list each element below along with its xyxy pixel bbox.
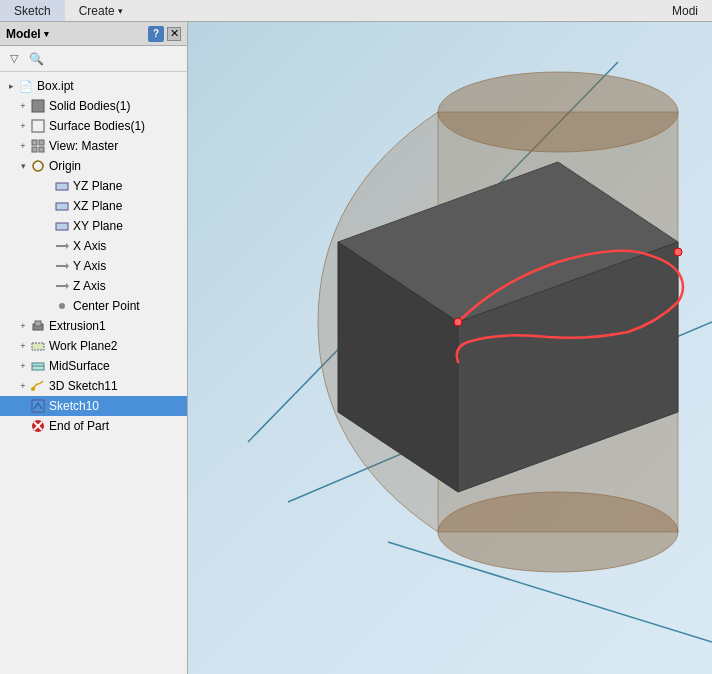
axis-icon [54, 258, 70, 274]
view-icon [30, 138, 46, 154]
panel-close-button[interactable]: ✕ [167, 27, 181, 41]
tree-expander-sketch3d11[interactable]: + [16, 379, 30, 393]
menu-modify[interactable]: Modi [658, 0, 712, 21]
tree-item-x-axis[interactable]: X Axis [0, 236, 187, 256]
tree-item-sketch3d11[interactable]: +3D Sketch11 [0, 376, 187, 396]
svg-rect-0 [32, 100, 44, 112]
panel-header: Model ▾ ? ✕ [0, 22, 187, 46]
tree-label-surface-bodies: Surface Bodies(1) [49, 119, 145, 133]
svg-rect-2 [32, 140, 37, 145]
plane-icon [54, 178, 70, 194]
tree-expander-extrusion1[interactable]: + [16, 319, 30, 333]
tree-label-z-axis: Z Axis [73, 279, 106, 293]
tree-label-x-axis: X Axis [73, 239, 106, 253]
svg-point-6 [33, 161, 43, 171]
tree-item-work-plane2[interactable]: +Work Plane2 [0, 336, 187, 356]
tree-item-extrusion1[interactable]: +Extrusion1 [0, 316, 187, 336]
close-icon: ✕ [170, 28, 179, 39]
tree-item-center-point[interactable]: Center Point [0, 296, 187, 316]
menu-sketch[interactable]: Sketch [0, 0, 65, 21]
tree-label-y-axis: Y Axis [73, 259, 106, 273]
tree-expander-box[interactable]: ▸ [4, 79, 18, 93]
svg-point-16 [59, 303, 65, 309]
tree-item-view-master[interactable]: +View: Master [0, 136, 187, 156]
svg-rect-4 [32, 147, 37, 152]
tree-expander-solid-bodies[interactable]: + [16, 99, 30, 113]
tree-item-end-of-part[interactable]: End of Part [0, 416, 187, 436]
midsurface-icon [30, 358, 46, 374]
filter-button[interactable]: ▽ [5, 50, 23, 68]
tree-expander-work-plane2[interactable]: + [16, 339, 30, 353]
left-panel: Model ▾ ? ✕ ▽ 🔍 ▸📄Box.ipt+Solid B [0, 22, 188, 674]
tree-label-extrusion1: Extrusion1 [49, 319, 106, 333]
axis-icon [54, 278, 70, 294]
viewport[interactable] [188, 22, 712, 674]
tree-item-midsurface[interactable]: +MidSurface [0, 356, 187, 376]
tree-label-end-of-part: End of Part [49, 419, 109, 433]
tree-expander-surface-bodies[interactable]: + [16, 119, 30, 133]
tree-label-work-plane2: Work Plane2 [49, 339, 117, 353]
svg-point-37 [674, 248, 682, 256]
svg-rect-9 [56, 223, 68, 230]
solid-icon [30, 98, 46, 114]
svg-point-36 [454, 318, 462, 326]
model-viewport-svg [188, 22, 712, 674]
chevron-down-icon: ▾ [118, 6, 123, 16]
tree-item-surface-bodies[interactable]: +Surface Bodies(1) [0, 116, 187, 136]
tree-label-midsurface: MidSurface [49, 359, 110, 373]
tree-expander-xz-plane [40, 199, 54, 213]
plane-icon [54, 198, 70, 214]
search-icon: 🔍 [29, 52, 44, 66]
file-icon: 📄 [18, 78, 34, 94]
tree-item-xz-plane[interactable]: XZ Plane [0, 196, 187, 216]
help-button[interactable]: ? [148, 26, 164, 42]
svg-rect-19 [32, 343, 44, 350]
origin-icon [30, 158, 46, 174]
svg-rect-8 [56, 203, 68, 210]
tree-item-box[interactable]: ▸📄Box.ipt [0, 76, 187, 96]
tree-label-center-point: Center Point [73, 299, 140, 313]
extrusion-icon [30, 318, 46, 334]
main-area: Model ▾ ? ✕ ▽ 🔍 ▸📄Box.ipt+Solid B [0, 22, 712, 674]
tree-container: ▸📄Box.ipt+Solid Bodies(1)+Surface Bodies… [0, 72, 187, 674]
tree-item-z-axis[interactable]: Z Axis [0, 276, 187, 296]
tree-expander-sketch10 [16, 399, 30, 413]
tree-expander-midsurface[interactable]: + [16, 359, 30, 373]
svg-rect-7 [56, 183, 68, 190]
menu-bar: Sketch Create ▾ Modi [0, 0, 712, 22]
tree-expander-origin[interactable]: ▾ [16, 159, 30, 173]
tree-label-origin: Origin [49, 159, 81, 173]
svg-point-22 [31, 387, 35, 391]
filter-icon: ▽ [10, 52, 18, 65]
tree-item-sketch10[interactable]: Sketch10 [0, 396, 187, 416]
panel-title-label: Model [6, 27, 41, 41]
tree-expander-xy-plane [40, 219, 54, 233]
tree-label-sketch3d11: 3D Sketch11 [49, 379, 118, 393]
tree-label-xz-plane: XZ Plane [73, 199, 122, 213]
tree-expander-view-master[interactable]: + [16, 139, 30, 153]
surface-icon [30, 118, 46, 134]
axis-icon [54, 238, 70, 254]
tree-item-y-axis[interactable]: Y Axis [0, 256, 187, 276]
svg-point-32 [438, 492, 678, 572]
tree-expander-end-of-part [16, 419, 30, 433]
panel-title: Model ▾ [6, 27, 49, 41]
tree-item-xy-plane[interactable]: XY Plane [0, 216, 187, 236]
tree-item-solid-bodies[interactable]: +Solid Bodies(1) [0, 96, 187, 116]
search-button[interactable]: 🔍 [27, 50, 45, 68]
tree-expander-x-axis [40, 239, 54, 253]
tree-label-box: Box.ipt [37, 79, 74, 93]
tree-expander-yz-plane [40, 179, 54, 193]
sketch3d-icon [30, 378, 46, 394]
panel-toolbar: ▽ 🔍 [0, 46, 187, 72]
panel-dropdown-icon[interactable]: ▾ [44, 29, 49, 39]
tree-item-origin[interactable]: ▾Origin [0, 156, 187, 176]
svg-rect-18 [35, 321, 41, 326]
end-icon [30, 418, 46, 434]
tree-item-yz-plane[interactable]: YZ Plane [0, 176, 187, 196]
svg-rect-5 [39, 147, 44, 152]
tree-expander-y-axis [40, 259, 54, 273]
svg-marker-11 [66, 243, 69, 249]
menu-create[interactable]: Create ▾ [65, 0, 137, 21]
tree-label-xy-plane: XY Plane [73, 219, 123, 233]
